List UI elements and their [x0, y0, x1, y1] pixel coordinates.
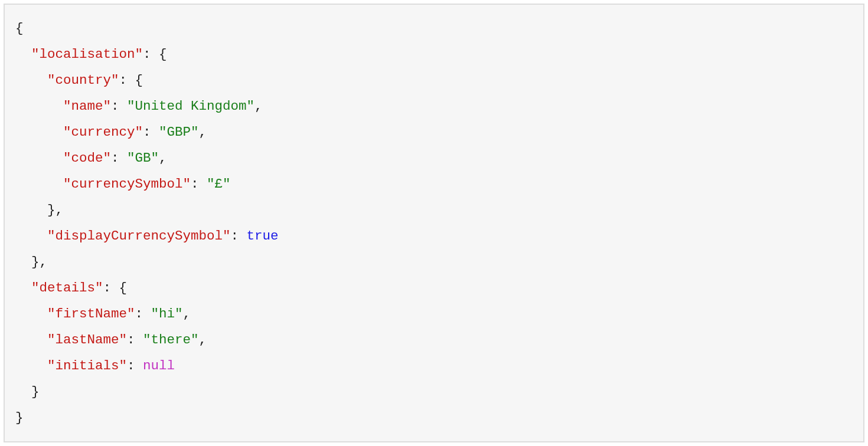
- colon: :: [103, 280, 119, 296]
- key-last-name: "lastName": [47, 332, 127, 347]
- colon: :: [143, 124, 159, 140]
- key-localisation: "localisation": [31, 47, 143, 62]
- val-code: "GB": [127, 150, 159, 166]
- colon: :: [111, 99, 127, 114]
- val-display-currency-symbol: true: [247, 228, 279, 244]
- brace-open: {: [15, 21, 24, 36]
- colon: :: [231, 228, 247, 244]
- brace-close-comma: },: [47, 202, 63, 218]
- key-country: "country": [47, 73, 119, 88]
- colon: :: [119, 73, 135, 88]
- brace-open: {: [119, 280, 128, 296]
- comma: ,: [199, 124, 207, 140]
- colon: :: [143, 47, 159, 62]
- key-code: "code": [63, 150, 111, 166]
- comma: ,: [199, 332, 207, 347]
- val-name: "United Kingdom": [127, 99, 254, 114]
- key-first-name: "firstName": [47, 306, 135, 322]
- val-first-name: "hi": [151, 306, 183, 322]
- colon: :: [127, 332, 143, 347]
- key-currency-symbol: "currencySymbol": [63, 176, 191, 192]
- colon: :: [191, 176, 207, 192]
- comma: ,: [159, 150, 167, 166]
- json-code-block: { "localisation": { "country": { "name":…: [4, 4, 864, 442]
- val-last-name: "there": [143, 332, 199, 347]
- key-details: "details": [31, 280, 103, 296]
- brace-open: {: [135, 73, 143, 88]
- colon: :: [135, 306, 151, 322]
- key-name: "name": [63, 99, 111, 114]
- key-display-currency-symbol: "displayCurrencySymbol": [47, 228, 231, 244]
- brace-close-comma: },: [31, 254, 47, 270]
- val-initials: null: [143, 358, 175, 373]
- brace-close: }: [31, 384, 40, 399]
- brace-open: {: [159, 47, 167, 62]
- val-currency-symbol: "£": [207, 176, 231, 192]
- brace-close: }: [15, 410, 24, 425]
- comma: ,: [254, 99, 263, 114]
- comma: ,: [183, 306, 191, 322]
- key-currency: "currency": [63, 124, 143, 140]
- val-currency: "GBP": [159, 124, 199, 140]
- key-initials: "initials": [47, 358, 127, 373]
- colon: :: [127, 358, 143, 373]
- colon: :: [111, 150, 127, 166]
